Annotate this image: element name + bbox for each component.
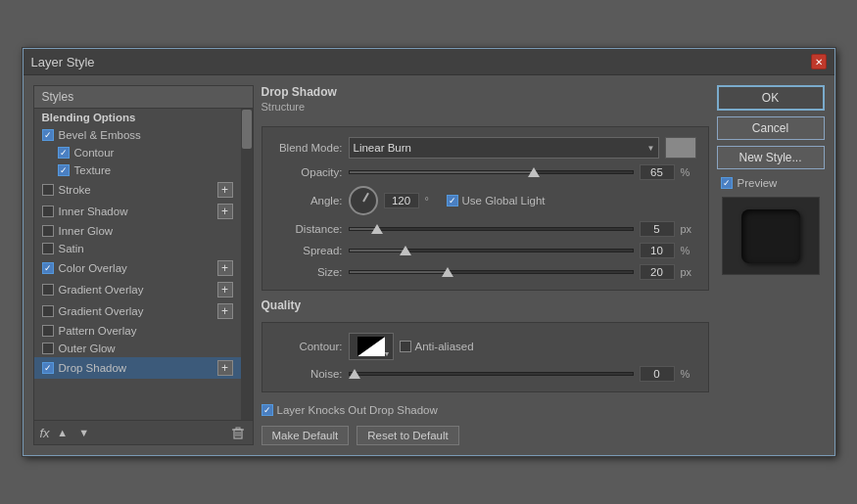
inner-glow-checkbox[interactable] [42, 225, 54, 237]
structure-box: Blend Mode: Linear Burn Normal Multiply … [262, 126, 709, 291]
inner-shadow-checkbox[interactable] [42, 206, 54, 217]
use-global-light-checkbox[interactable] [447, 195, 458, 206]
texture-checkbox[interactable] [58, 164, 70, 176]
bevel-emboss-checkbox[interactable] [42, 129, 54, 141]
noise-unit: % [681, 368, 696, 380]
distance-unit: px [681, 223, 696, 235]
sidebar-item-bevel-emboss[interactable]: Bevel & Emboss [34, 126, 241, 144]
sidebar-item-inner-shadow[interactable]: Inner Shadow + [34, 201, 241, 222]
ok-button[interactable]: OK [717, 85, 825, 111]
distance-slider[interactable] [349, 221, 634, 237]
dialog-title: Layer Style [31, 55, 95, 69]
angle-input[interactable] [384, 193, 419, 208]
scroll-thumb[interactable] [242, 110, 252, 149]
inner-glow-label: Inner Glow [59, 225, 114, 237]
layer-knocks-checkbox[interactable] [262, 404, 273, 416]
stroke-checkbox[interactable] [42, 184, 54, 196]
outer-glow-checkbox[interactable] [42, 343, 54, 354]
cancel-button[interactable]: Cancel [717, 116, 825, 140]
gradient-overlay-1-add-button[interactable]: + [217, 282, 233, 298]
sidebar-item-drop-shadow[interactable]: Drop Shadow + [34, 357, 241, 379]
blending-options-label: Blending Options [42, 112, 136, 123]
sidebar-item-color-overlay[interactable]: Color Overlay + [34, 257, 241, 279]
blend-mode-select[interactable]: Linear Burn Normal Multiply Screen Overl… [349, 137, 659, 159]
spread-track [349, 249, 634, 252]
outer-glow-label: Outer Glow [59, 343, 116, 354]
opacity-input[interactable] [640, 164, 675, 180]
distance-row: Distance: px [274, 221, 696, 237]
reset-default-button[interactable]: Reset to Default [357, 426, 458, 445]
use-global-light-text: Use Global Light [462, 195, 546, 206]
layer-knocks-label[interactable]: Layer Knocks Out Drop Shadow [262, 404, 438, 416]
drop-shadow-title: Drop Shadow [262, 85, 709, 99]
sidebar-item-gradient-overlay-1[interactable]: Gradient Overlay + [34, 279, 241, 300]
noise-thumb[interactable] [349, 369, 360, 379]
pattern-overlay-label: Pattern Overlay [59, 325, 137, 337]
sidebar-item-contour[interactable]: Contour [34, 144, 241, 161]
gradient-overlay-2-checkbox[interactable] [42, 305, 54, 317]
use-global-light-label[interactable]: Use Global Light [447, 195, 546, 206]
shadow-color-swatch[interactable] [665, 137, 696, 159]
trash-icon [231, 426, 245, 440]
opacity-fill [350, 171, 534, 173]
inner-shadow-add-button[interactable]: + [217, 204, 233, 219]
move-down-button[interactable]: ▼ [75, 425, 93, 440]
move-up-button[interactable]: ▲ [54, 425, 71, 440]
sidebar-item-inner-glow[interactable]: Inner Glow [34, 222, 241, 240]
opacity-thumb[interactable] [528, 167, 540, 177]
distance-input[interactable] [640, 221, 675, 237]
noise-input[interactable] [640, 366, 675, 382]
layer-knocks-text: Layer Knocks Out Drop Shadow [277, 404, 438, 416]
layer-knocks-row: Layer Knocks Out Drop Shadow [262, 404, 709, 416]
drop-shadow-checkbox[interactable] [42, 362, 54, 374]
noise-label: Noise: [274, 368, 343, 380]
stroke-add-button[interactable]: + [217, 182, 233, 198]
pattern-overlay-checkbox[interactable] [42, 325, 54, 337]
fx-label: fx [40, 426, 50, 440]
contour-picker-button[interactable] [349, 333, 394, 360]
gradient-overlay-1-checkbox[interactable] [42, 284, 54, 296]
color-overlay-label: Color Overlay [59, 262, 127, 274]
spread-slider[interactable] [349, 243, 634, 258]
spread-thumb[interactable] [400, 246, 411, 255]
make-default-button[interactable]: Make Default [262, 426, 350, 445]
sidebar-item-stroke[interactable]: Stroke + [34, 179, 241, 201]
size-slider[interactable] [349, 264, 634, 280]
size-input[interactable] [640, 264, 675, 280]
distance-thumb[interactable] [371, 224, 383, 234]
noise-slider[interactable] [349, 366, 634, 382]
opacity-slider[interactable] [349, 164, 634, 180]
new-style-button[interactable]: New Style... [717, 146, 825, 169]
satin-checkbox[interactable] [42, 243, 54, 254]
angle-dial[interactable] [349, 186, 378, 215]
contour-checkbox[interactable] [58, 147, 70, 159]
scroll-track[interactable] [241, 109, 253, 420]
delete-button[interactable] [229, 425, 247, 440]
contour-row-label: Contour: [274, 341, 343, 352]
close-button[interactable]: ✕ [811, 54, 827, 69]
distance-track [349, 227, 634, 231]
gradient-overlay-2-add-button[interactable]: + [217, 303, 233, 319]
spread-fill [350, 250, 406, 252]
size-thumb[interactable] [442, 267, 453, 277]
spread-input[interactable] [640, 243, 675, 258]
drop-shadow-label: Drop Shadow [59, 362, 127, 374]
anti-aliased-label[interactable]: Anti-aliased [400, 341, 474, 352]
sidebar-item-texture[interactable]: Texture [34, 161, 241, 179]
sidebar-item-outer-glow[interactable]: Outer Glow [34, 340, 241, 357]
sidebar-item-blending-options[interactable]: Blending Options [34, 109, 241, 126]
contour-label: Contour [74, 147, 115, 159]
spread-label: Spread: [274, 245, 343, 256]
drop-shadow-add-button[interactable]: + [217, 360, 233, 376]
color-overlay-checkbox[interactable] [42, 262, 54, 274]
sidebar-item-pattern-overlay[interactable]: Pattern Overlay [34, 322, 241, 340]
right-panel: OK Cancel New Style... Preview [717, 85, 825, 445]
color-overlay-add-button[interactable]: + [217, 260, 233, 276]
preview-text: Preview [738, 177, 778, 189]
sidebar-item-satin[interactable]: Satin [34, 240, 241, 257]
distance-label: Distance: [274, 223, 343, 235]
opacity-row: Opacity: % [274, 164, 696, 180]
anti-aliased-checkbox[interactable] [400, 341, 411, 352]
sidebar-item-gradient-overlay-2[interactable]: Gradient Overlay + [34, 300, 241, 322]
preview-checkbox[interactable] [721, 177, 733, 189]
